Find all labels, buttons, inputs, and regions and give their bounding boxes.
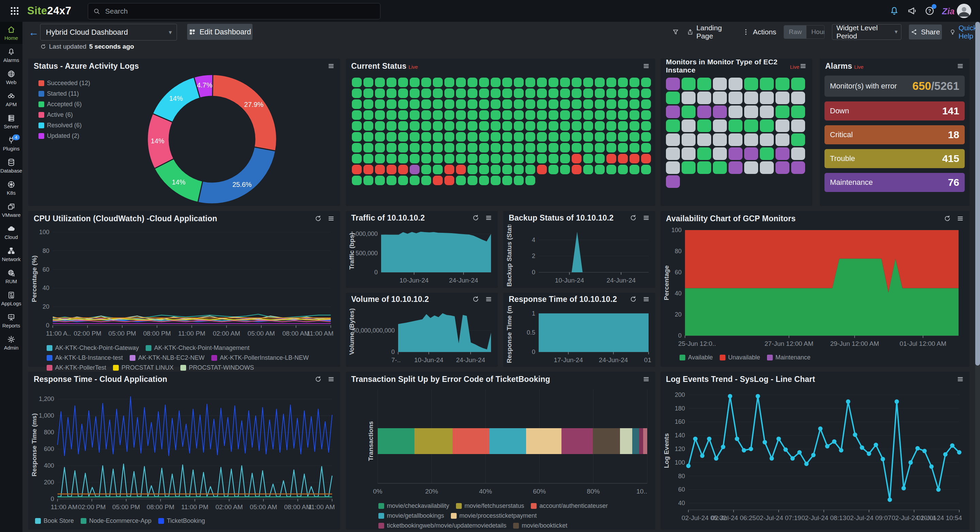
response-time-ip-chart[interactable]: 00.5117-Jun-2424-Jun-2401Response Time (…	[504, 306, 654, 366]
monitor-status-cell[interactable]	[682, 119, 695, 132]
sidebar-item-rum[interactable]: RUM	[0, 265, 22, 287]
monitor-status-cell[interactable]	[583, 165, 593, 174]
monitor-status-cell[interactable]	[713, 147, 727, 160]
monitor-status-cell[interactable]	[468, 165, 477, 174]
monitor-status-cell[interactable]	[537, 78, 547, 87]
sidebar-item-vmware[interactable]: VMware	[0, 199, 22, 221]
monitor-status-cell[interactable]	[375, 176, 385, 185]
monitor-status-cell[interactable]	[791, 161, 805, 174]
monitor-status-cell[interactable]	[606, 143, 616, 153]
monitor-status-cell[interactable]	[514, 78, 524, 87]
monitor-status-cell[interactable]	[479, 110, 489, 120]
monitor-status-cell[interactable]	[697, 105, 711, 118]
monitor-status-cell[interactable]	[456, 78, 466, 87]
monitor-status-cell[interactable]	[630, 132, 640, 142]
monitor-status-cell[interactable]	[525, 176, 535, 185]
monitor-status-cell[interactable]	[595, 165, 605, 174]
widget-menu-icon[interactable]	[643, 295, 650, 303]
monitor-status-cell[interactable]	[468, 78, 477, 87]
monitor-status-cell[interactable]	[583, 143, 593, 153]
monitor-status-cell[interactable]	[352, 132, 362, 142]
monitor-status-cell[interactable]	[514, 154, 524, 163]
back-arrow-icon[interactable]: ←	[29, 27, 39, 38]
monitor-status-cell[interactable]	[363, 99, 373, 109]
monitor-status-cell[interactable]	[398, 110, 408, 120]
monitor-status-cell[interactable]	[433, 132, 443, 142]
monitor-status-cell[interactable]	[514, 121, 524, 131]
monitor-status-cell[interactable]	[549, 110, 558, 120]
monitor-status-cell[interactable]	[666, 119, 680, 132]
azure-donut-chart[interactable]: 27.9%25.6%14%14%14%4.7%	[143, 70, 281, 208]
monitor-status-cell[interactable]	[514, 176, 524, 185]
monitor-status-cell[interactable]	[479, 132, 489, 142]
monitor-status-cell[interactable]	[410, 132, 420, 142]
monitor-status-cell[interactable]	[744, 147, 758, 160]
monitor-status-cell[interactable]	[363, 89, 373, 98]
monitor-status-cell[interactable]	[775, 134, 789, 146]
monitor-status-cell[interactable]	[410, 110, 420, 120]
sidebar-item-server[interactable]: Server	[0, 110, 22, 132]
apps-grid-icon[interactable]	[10, 6, 20, 16]
search-input[interactable]	[105, 7, 364, 16]
widget-menu-icon[interactable]	[643, 214, 650, 221]
monitor-status-cell[interactable]	[606, 132, 616, 142]
legend-item[interactable]: movie/getallbookings	[379, 512, 444, 519]
monitor-status-cell[interactable]	[421, 143, 431, 153]
legend-item[interactable]: Ak-KTK-LB-Instance-test	[47, 354, 123, 362]
monitor-status-cell[interactable]	[760, 105, 774, 118]
monitor-status-cell[interactable]	[560, 154, 570, 163]
actions-menu[interactable]: Actions	[742, 28, 776, 36]
monitor-status-cell[interactable]	[630, 110, 640, 120]
monitor-status-cell[interactable]	[549, 143, 558, 153]
monitor-status-cell[interactable]	[537, 143, 547, 153]
monitor-status-cell[interactable]	[375, 154, 385, 163]
legend-item[interactable]: Resolved (6)	[38, 122, 82, 129]
monitor-status-cell[interactable]	[444, 154, 454, 163]
monitor-status-cell[interactable]	[697, 119, 711, 132]
monitor-status-cell[interactable]	[744, 119, 758, 132]
monitor-status-cell[interactable]	[363, 132, 373, 142]
monitors-with-error[interactable]: Monitor(s) with error 650 /5261	[824, 76, 965, 97]
monitor-status-cell[interactable]	[583, 132, 593, 142]
monitor-status-cell[interactable]	[421, 121, 431, 131]
monitor-status-cell[interactable]	[387, 154, 396, 163]
user-avatar[interactable]	[957, 4, 971, 18]
monitor-status-cell[interactable]	[433, 121, 443, 131]
widget-menu-icon[interactable]	[799, 62, 807, 70]
monitor-status-cell[interactable]	[666, 105, 680, 118]
monitor-status-cell[interactable]	[583, 78, 593, 87]
monitor-status-cell[interactable]	[641, 154, 651, 163]
monitor-status-cell[interactable]	[560, 165, 570, 174]
monitor-status-cell[interactable]	[433, 143, 443, 153]
monitor-status-cell[interactable]	[744, 105, 758, 118]
monitor-status-cell[interactable]	[352, 121, 362, 131]
monitor-status-cell[interactable]	[583, 154, 593, 163]
monitor-status-cell[interactable]	[630, 143, 640, 153]
monitor-status-cell[interactable]	[537, 132, 547, 142]
monitor-status-cell[interactable]	[410, 165, 420, 174]
edit-dashboard-button[interactable]: Edit Dashboard	[187, 24, 253, 40]
legend-item[interactable]: PROCSTAT-WINDOWS	[180, 364, 254, 371]
page-scrollbar-track[interactable]	[975, 22, 980, 532]
monitor-status-cell[interactable]	[525, 132, 535, 142]
monitor-status-cell[interactable]	[398, 154, 408, 163]
alarm-row-trouble[interactable]: Trouble 415	[824, 149, 965, 168]
legend-item[interactable]: Book Store	[35, 518, 74, 524]
monitor-status-cell[interactable]	[375, 78, 385, 87]
monitor-status-cell[interactable]	[760, 147, 774, 160]
monitor-status-cell[interactable]	[468, 132, 477, 142]
monitor-status-cell[interactable]	[456, 143, 466, 153]
widget-refresh-icon[interactable]	[314, 376, 322, 383]
monitor-status-cell[interactable]	[775, 78, 789, 90]
help-icon[interactable]: ?	[924, 5, 935, 16]
monitor-status-cell[interactable]	[729, 147, 743, 160]
legend-item[interactable]: Unavailable	[720, 354, 760, 361]
monitor-status-cell[interactable]	[514, 132, 524, 142]
monitor-status-cell[interactable]	[398, 99, 408, 109]
monitor-status-cell[interactable]	[491, 176, 501, 185]
sidebar-item-network[interactable]: Network	[0, 243, 22, 265]
monitor-status-cell[interactable]	[775, 105, 789, 118]
monitor-status-cell[interactable]	[666, 175, 680, 188]
monitor-status-cell[interactable]	[387, 89, 396, 98]
sidebar-item-apm[interactable]: APM	[0, 88, 22, 110]
